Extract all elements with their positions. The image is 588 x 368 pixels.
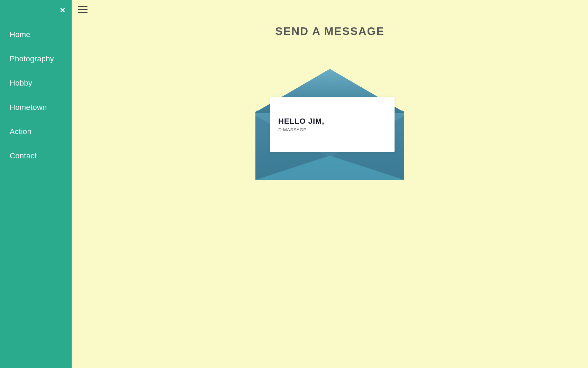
sidebar-nav: Home Photography Hobby Hometown Action C…: [0, 23, 72, 168]
page-title: SEND A MESSAGE: [275, 25, 384, 38]
letter-subtext: D MASSAGE:: [278, 127, 386, 132]
hamburger-line-2: [78, 9, 88, 10]
sidebar-item-home[interactable]: Home: [0, 23, 72, 47]
sidebar-item-hometown[interactable]: Hometown: [0, 95, 72, 120]
close-icon[interactable]: ✕: [60, 6, 65, 15]
envelope-wrapper: HELLO JIM, D MASSAGE:: [255, 55, 404, 180]
letter: HELLO JIM, D MASSAGE:: [270, 97, 395, 152]
hamburger-line-1: [78, 6, 88, 7]
sidebar: ✕ Home Photography Hobby Hometown Action…: [0, 0, 72, 368]
sidebar-item-contact[interactable]: Contact: [0, 144, 72, 168]
sidebar-item-action[interactable]: Action: [0, 120, 72, 144]
sidebar-item-hobby[interactable]: Hobby: [0, 71, 72, 95]
letter-greeting: HELLO JIM,: [278, 117, 386, 126]
hamburger-icon[interactable]: [78, 6, 88, 13]
hamburger-line-3: [78, 12, 88, 13]
sidebar-item-photography[interactable]: Photography: [0, 47, 72, 71]
main-content: SEND A MESSAGE HELLO JIM, D MASSAGE:: [72, 0, 588, 368]
